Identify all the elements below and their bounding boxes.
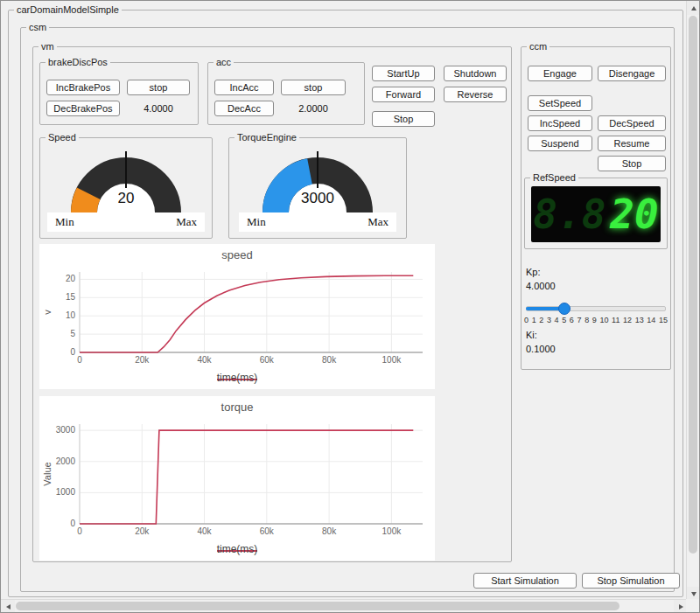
slider-thumb[interactable] — [558, 303, 570, 315]
acc-group-label: acc — [214, 57, 234, 67]
vertical-scrollbar[interactable] — [686, 1, 699, 601]
ccm-stop-button[interactable]: Stop — [598, 156, 666, 171]
torque-gauge: Min Max 3000 — [239, 146, 396, 232]
svg-text:80k: 80k — [322, 526, 337, 536]
svg-text:5: 5 — [70, 329, 75, 338]
speed-chart-xlabel: time(ms) — [39, 368, 435, 394]
svg-text:0: 0 — [70, 519, 75, 528]
svg-text:15: 15 — [66, 292, 76, 302]
speed-gauge-group-label: Speed — [46, 132, 79, 143]
torque-gauge-group-label: TorqueEngine — [234, 132, 299, 143]
incbrakepos-button[interactable]: IncBrakePos — [46, 80, 120, 95]
refspeed-group-label: RefSpeed — [530, 172, 578, 183]
svg-text:60k: 60k — [260, 526, 275, 536]
svg-text:3000: 3000 — [56, 425, 76, 435]
forward-button[interactable]: Forward — [372, 87, 435, 102]
slider-tick-label: 13 — [635, 316, 644, 324]
incspeed-button[interactable]: IncSpeed — [528, 115, 592, 131]
speed-chart-plot: 020k40k60k80k100k05101520v — [39, 265, 435, 366]
acc-stop-button[interactable]: stop — [281, 80, 346, 95]
start-simulation-button[interactable]: Start Simulation — [473, 573, 577, 589]
refspeed-ghost-digits: 8.8 — [533, 191, 606, 238]
scroll-left-icon[interactable] — [1, 600, 15, 613]
torque-gauge-dial — [239, 146, 396, 232]
slider-tick-label: 0 — [524, 316, 528, 324]
speed-chart-panel: speed 020k40k60k80k100k05101520v time(ms… — [39, 244, 435, 389]
svg-text:40k: 40k — [197, 355, 212, 365]
svg-text:Value: Value — [42, 462, 52, 485]
stop-simulation-button[interactable]: Stop Simulation — [582, 573, 680, 589]
ki-value: 0.1000 — [526, 344, 556, 354]
slider-tick-label: 9 — [592, 316, 597, 324]
scrollbar-corner — [686, 599, 699, 612]
slider-tick-label: 1 — [532, 316, 536, 324]
torque-gauge-value: 3000 — [239, 190, 396, 207]
app-window: carDomainModelSimple csm vm brakeDiscPos… — [0, 0, 700, 613]
engage-button[interactable]: Engage — [528, 66, 592, 81]
kp-slider[interactable] — [526, 302, 666, 314]
slider-tick-label: 10 — [599, 316, 608, 324]
svg-text:10: 10 — [66, 310, 76, 320]
slider-tick-label: 3 — [547, 316, 551, 324]
torque-chart-panel: torque 020k40k60k80k100k0100020003000Val… — [39, 396, 435, 561]
horizontal-scrollbar-thumb[interactable] — [16, 602, 620, 610]
disengage-button[interactable]: Disengage — [598, 66, 666, 81]
kp-label: Kp: — [526, 267, 541, 277]
svg-text:100k: 100k — [382, 526, 402, 536]
slider-tick-labels: 0123456789101112131415 — [524, 316, 668, 324]
svg-text:0: 0 — [77, 355, 82, 365]
svg-text:v: v — [42, 310, 52, 315]
reverse-button[interactable]: Reverse — [444, 87, 507, 102]
slider-tick-label: 5 — [562, 316, 566, 324]
svg-text:80k: 80k — [322, 355, 337, 365]
vertical-scrollbar-thumb[interactable] — [689, 16, 697, 554]
refspeed-display: 8.8 20 — [531, 186, 661, 242]
scroll-up-icon[interactable] — [687, 1, 700, 15]
startup-button[interactable]: StartUp — [372, 66, 435, 81]
ccm-group-label: ccm — [527, 41, 550, 52]
decspeed-button[interactable]: DecSpeed — [598, 115, 666, 131]
slider-tick-label: 14 — [647, 316, 655, 324]
setspeed-button[interactable]: SetSpeed — [528, 95, 592, 111]
torque-chart-xlabel: time(ms) — [39, 540, 435, 566]
speed-gauge-value: 20 — [47, 190, 205, 207]
speed-gauge-dial — [47, 146, 205, 232]
shutdown-button[interactable]: Shutdown — [444, 66, 507, 81]
slider-tick-label: 15 — [659, 316, 668, 324]
torque-chart-xlabel-text: time(ms) — [217, 543, 258, 555]
cardomain-group-label: carDomainModelSimple — [14, 4, 122, 15]
decacc-button[interactable]: DecAcc — [214, 101, 274, 116]
incacc-button[interactable]: IncAcc — [214, 80, 274, 95]
slider-tick-label: 12 — [623, 316, 632, 324]
brakediscpos-group-label: brakeDiscPos — [46, 57, 110, 67]
suspend-button[interactable]: Suspend — [528, 136, 592, 151]
svg-text:20k: 20k — [135, 526, 150, 536]
svg-text:0: 0 — [77, 526, 82, 536]
slider-tick-label: 7 — [577, 316, 581, 324]
slider-tick-label: 11 — [612, 316, 620, 324]
brake-value: 4.0000 — [127, 103, 190, 114]
acc-value: 2.0000 — [281, 103, 346, 114]
horizontal-scrollbar[interactable] — [1, 599, 688, 612]
svg-text:0: 0 — [70, 347, 75, 357]
decbrakepos-button[interactable]: DecBrakePos — [46, 101, 120, 116]
csm-group-label: csm — [26, 22, 49, 32]
vm-stop-button[interactable]: Stop — [372, 111, 435, 127]
brake-stop-button[interactable]: stop — [127, 80, 190, 95]
svg-text:20: 20 — [66, 274, 76, 283]
ki-label: Ki: — [526, 330, 537, 340]
kp-value: 4.0000 — [526, 281, 556, 291]
svg-text:1000: 1000 — [56, 487, 76, 497]
svg-text:40k: 40k — [197, 526, 212, 536]
svg-text:100k: 100k — [382, 355, 402, 365]
torque-chart-plot: 020k40k60k80k100k0100020003000Value — [39, 417, 435, 538]
slider-tick-label: 4 — [555, 316, 559, 324]
svg-text:2000: 2000 — [56, 456, 76, 466]
resume-button[interactable]: Resume — [598, 136, 666, 151]
slider-tick-label: 6 — [570, 316, 574, 324]
slider-tick-label: 8 — [584, 316, 589, 324]
speed-chart-title: speed — [39, 244, 435, 265]
svg-text:60k: 60k — [260, 355, 275, 365]
slider-tick-label: 2 — [539, 316, 543, 324]
speed-gauge: Min Max 20 — [47, 146, 205, 232]
